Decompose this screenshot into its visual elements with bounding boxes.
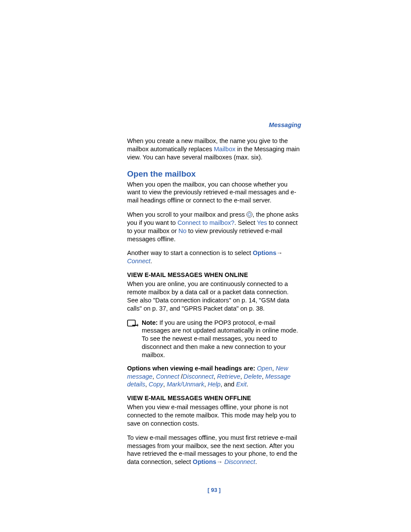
no-option[interactable]: No — [178, 227, 187, 234]
options-list-paragraph: Options when viewing e-mail headings are… — [127, 364, 301, 389]
opt-exit[interactable]: Exit — [236, 381, 246, 388]
opt-retrieve[interactable]: Retrieve — [217, 373, 240, 380]
subhead-online: VIEW E-MAIL MESSAGES WHEN ONLINE — [127, 271, 301, 278]
sep: , and — [221, 381, 236, 388]
connect-to-mailbox-prompt: Connect to mailbox? — [177, 219, 234, 226]
page-number: [ 93 ] — [127, 487, 301, 493]
open-p3a: Another way to start a connection is to … — [127, 249, 253, 256]
note-icon — [127, 319, 142, 331]
yes-option[interactable]: Yes — [257, 219, 267, 226]
sep: , — [204, 381, 208, 388]
sep: , — [163, 381, 167, 388]
online-p1: When you are online, you are continuousl… — [127, 280, 301, 312]
opt-copy[interactable]: Copy — [149, 381, 163, 388]
arrow-icon: → — [216, 458, 224, 465]
breadcrumb[interactable]: Messaging — [127, 121, 301, 128]
opt-delete[interactable]: Delete — [244, 373, 262, 380]
options-softkey[interactable]: Options — [253, 249, 277, 256]
section-title-open-mailbox: Open the mailbox — [127, 169, 301, 179]
sep: . — [246, 381, 248, 388]
offline-p1: When you view e-mail messages offline, y… — [127, 403, 301, 428]
sep: / — [179, 373, 183, 380]
connect-option[interactable]: Connect — [127, 258, 150, 264]
sep: , — [214, 373, 217, 380]
disconnect-option[interactable]: Disconnect — [224, 458, 255, 465]
arrow-icon: → — [277, 249, 283, 256]
opt-disconnect[interactable]: Disconnect — [183, 373, 214, 380]
options-lead: Options when viewing e-mail headings are… — [127, 365, 257, 372]
options-softkey-2[interactable]: Options — [193, 458, 216, 465]
sep: , — [153, 373, 156, 380]
note-label: Note: — [142, 319, 158, 326]
intro-paragraph: When you create a new mailbox, the name … — [127, 137, 301, 162]
note-block: Note: If you are using the POP3 protocol… — [127, 319, 301, 359]
note-text: Note: If you are using the POP3 protocol… — [142, 319, 301, 359]
sep: , — [272, 365, 276, 372]
opt-connect[interactable]: Connect — [156, 373, 179, 380]
open-p2a: When you scroll to your mailbox and pres… — [127, 211, 246, 218]
open-p2: When you scroll to your mailbox and pres… — [127, 211, 301, 243]
opt-help[interactable]: Help — [208, 381, 221, 388]
open-p3b: . — [150, 258, 152, 264]
mailbox-term-link[interactable]: Mailbox — [214, 146, 235, 152]
document-page: Messaging When you create a new mailbox,… — [0, 0, 411, 519]
sep: , — [240, 373, 244, 380]
opt-open[interactable]: Open — [257, 365, 272, 372]
offline-p2: To view e-mail messages offline, you mus… — [127, 434, 301, 466]
offline-p2b: . — [255, 458, 257, 465]
sep: , — [262, 373, 265, 380]
open-p2c: . Select — [234, 219, 257, 226]
open-p1: When you open the mailbox, you can choos… — [127, 180, 301, 205]
scroll-key-icon — [246, 212, 252, 218]
subhead-offline: VIEW E-MAIL MESSAGES WHEN OFFLINE — [127, 395, 301, 401]
note-body: If you are using the POP3 protocol, e-ma… — [142, 319, 298, 358]
sep: , — [145, 381, 149, 388]
open-p3: Another way to start a connection is to … — [127, 249, 301, 265]
opt-mark-unmark[interactable]: Mark/Unmark — [167, 381, 204, 388]
